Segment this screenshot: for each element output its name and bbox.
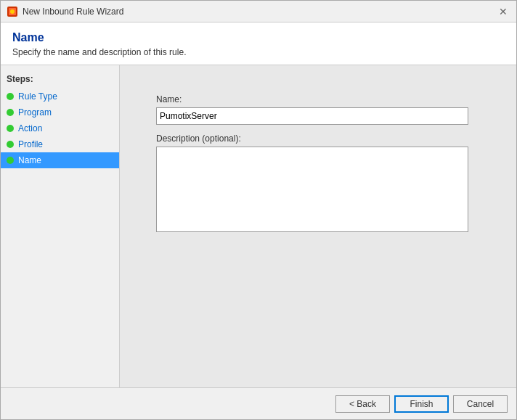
sidebar: Steps: Rule Type Program Action Profile bbox=[1, 65, 120, 387]
step-dot-action bbox=[7, 125, 14, 132]
close-button[interactable]: ✕ bbox=[496, 4, 510, 19]
name-group: Name: bbox=[156, 94, 480, 125]
main-area: Steps: Rule Type Program Action Profile bbox=[1, 65, 516, 387]
form-area: Name: Description (optional): bbox=[120, 65, 516, 387]
name-label: Name: bbox=[156, 94, 480, 104]
svg-point-2 bbox=[10, 9, 15, 14]
step-dot-program bbox=[7, 109, 14, 116]
page-subtitle: Specify the name and description of this… bbox=[12, 47, 505, 57]
page-title: Name bbox=[12, 31, 505, 44]
step-label-program: Program bbox=[18, 107, 52, 118]
sidebar-item-name[interactable]: Name bbox=[1, 152, 119, 168]
title-bar: New Inbound Rule Wizard ✕ bbox=[1, 1, 516, 22]
step-dot-profile bbox=[7, 141, 14, 148]
description-group: Description (optional): bbox=[156, 133, 480, 232]
step-label-name: Name bbox=[18, 155, 41, 165]
cancel-button[interactable]: Cancel bbox=[453, 395, 508, 413]
back-button[interactable]: < Back bbox=[335, 395, 390, 413]
finish-button[interactable]: Finish bbox=[394, 395, 449, 413]
content-area: Name Specify the name and description of… bbox=[1, 22, 516, 387]
sidebar-item-action[interactable]: Action bbox=[1, 120, 119, 136]
description-textarea[interactable] bbox=[156, 147, 468, 232]
description-label: Description (optional): bbox=[156, 133, 480, 144]
window-title: New Inbound Rule Wizard bbox=[23, 7, 123, 17]
sidebar-item-program[interactable]: Program bbox=[1, 104, 119, 120]
step-label-profile: Profile bbox=[18, 139, 43, 149]
window: New Inbound Rule Wizard ✕ Name Specify t… bbox=[0, 0, 517, 420]
sidebar-item-profile[interactable]: Profile bbox=[1, 136, 119, 152]
footer: < Back Finish Cancel bbox=[1, 387, 516, 419]
header-section: Name Specify the name and description of… bbox=[1, 22, 516, 65]
step-dot-rule-type bbox=[7, 93, 14, 100]
step-dot-name bbox=[7, 157, 14, 164]
steps-label: Steps: bbox=[1, 71, 119, 88]
app-icon bbox=[7, 6, 18, 17]
step-label-rule-type: Rule Type bbox=[18, 91, 57, 102]
sidebar-item-rule-type[interactable]: Rule Type bbox=[1, 88, 119, 104]
name-input[interactable] bbox=[156, 107, 468, 125]
title-bar-left: New Inbound Rule Wizard bbox=[7, 6, 123, 17]
step-label-action: Action bbox=[18, 123, 42, 133]
